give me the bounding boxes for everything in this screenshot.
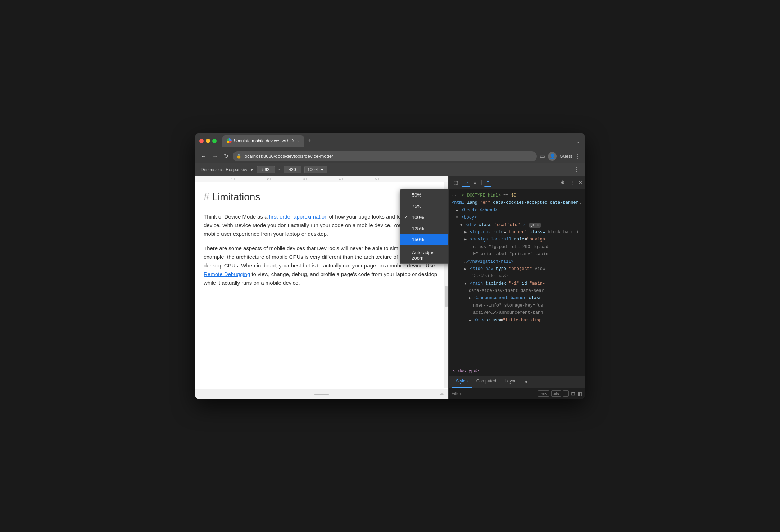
browser-menu-button[interactable]: ⋮ xyxy=(575,153,581,160)
zoom-option-100[interactable]: 100% xyxy=(400,212,448,223)
devtools-close-button[interactable]: × xyxy=(579,179,582,186)
height-input[interactable] xyxy=(284,166,301,173)
heading-text: Limitations xyxy=(212,189,260,205)
dimension-separator: × xyxy=(278,167,281,172)
devtools-more-button[interactable]: ⋮ xyxy=(568,178,577,187)
width-input[interactable] xyxy=(257,166,275,173)
tree-row-html[interactable]: <html lang="en" data-cookies-accepted da… xyxy=(452,199,582,206)
tree-row-doctype: ··· <!DOCTYPE html> == $0 xyxy=(452,192,582,199)
viewport: 100 200 300 400 500 # Limitations Think … xyxy=(195,176,448,399)
tree-row-top-nav[interactable]: ▶ <top-nav role="banner" class= block ha… xyxy=(452,229,582,236)
tree-row-head[interactable]: ▶ <head>…</head> xyxy=(452,207,582,214)
grid-badge: grid xyxy=(529,223,541,228)
nav-bar: ← → ↻ 🔒 localhost:8080/docs/devtools/dev… xyxy=(195,149,585,163)
minimize-button[interactable] xyxy=(206,139,210,143)
tree-row-nav-rail-close[interactable]: …</navigation-rail> xyxy=(452,258,582,265)
styles-filter-row: :hov .cls + ⊡ ◧ xyxy=(449,388,585,399)
zoom-value: 100% xyxy=(308,167,319,172)
viewport-edit-icon[interactable]: ✏ xyxy=(440,391,445,397)
browser-window: Simulate mobile devices with D × + ⌄ ← →… xyxy=(195,133,585,399)
close-button[interactable] xyxy=(199,139,204,143)
tree-row-nav-rail-cont2: 0" aria-label="primary" tabin xyxy=(452,251,582,258)
tab-area: Simulate mobile devices with D × + xyxy=(222,135,573,147)
traffic-lights xyxy=(199,139,217,143)
tab-close-button[interactable]: × xyxy=(297,139,299,143)
tree-row-side-nav-cont: t">…</side-nav> xyxy=(452,272,582,280)
nav-right: ▭ 👤 Guest ⋮ xyxy=(540,152,581,161)
title-bar: Simulate mobile devices with D × + ⌄ xyxy=(195,133,585,149)
hov-filter-button[interactable]: :hov xyxy=(538,390,549,397)
styles-panel-button[interactable]: ◧ xyxy=(577,391,582,396)
tab-styles[interactable]: Styles xyxy=(452,376,472,388)
tab-menu-button[interactable]: ⌄ xyxy=(576,138,581,145)
zoom-dropdown-menu: 50% 75% 100% 125% 150% Auto-adjust zoom xyxy=(400,189,448,264)
zoom-option-125[interactable]: 125% xyxy=(400,223,448,234)
remote-debugging-link[interactable]: Remote Debugging xyxy=(204,271,250,277)
scroll-handle xyxy=(314,394,329,395)
maximize-button[interactable] xyxy=(212,139,217,143)
tree-row-nav-rail[interactable]: ▶ <navigation-rail role="naviga xyxy=(452,236,582,243)
device-mode-button[interactable]: ▭ xyxy=(462,178,470,187)
devtools-bottom: <!doctype> Styles Computed Layout » xyxy=(449,366,585,399)
tree-row-announcement-cont: nner--info" storage-key="us xyxy=(452,302,582,309)
device-toolbar: Dimensions: Responsive ▼ × 100% ▼ ⋮ xyxy=(195,163,585,176)
devtools-toolbar: ⬚ ▭ » | ≡ ⚙ ⋮ × xyxy=(449,176,585,189)
tree-row-nav-rail-cont: class="lg:pad-left-200 lg:pad xyxy=(452,243,582,251)
active-tab[interactable]: Simulate mobile devices with D × xyxy=(222,135,304,147)
tree-row-main[interactable]: ▼ <main tabindex="-1" id="main- xyxy=(452,280,582,287)
reload-button[interactable]: ↻ xyxy=(222,152,230,160)
content-area: 100 200 300 400 500 # Limitations Think … xyxy=(195,176,585,399)
cls-filter-button[interactable]: .cls xyxy=(551,390,561,397)
forward-button[interactable]: → xyxy=(211,152,219,160)
tab-layout[interactable]: Layout xyxy=(500,376,522,388)
zoom-option-auto[interactable]: Auto-adjust zoom xyxy=(400,247,448,263)
viewport-bottom-bar: ✏ xyxy=(195,389,448,399)
styles-filter-input[interactable] xyxy=(452,391,536,396)
tab-favicon-icon xyxy=(227,138,232,143)
tree-row-body[interactable]: ▼ <body> xyxy=(452,214,582,221)
doctype-text: <!doctype> xyxy=(453,368,479,373)
tree-row-scaffold[interactable]: ▼ <div class="scaffold" > grid xyxy=(452,221,582,229)
tree-row-announcement-cont2: active>…</announcement-bann xyxy=(452,309,582,316)
zoom-dropdown-icon: ▼ xyxy=(320,167,324,172)
devtools-tabs: Styles Computed Layout » xyxy=(449,376,585,388)
zoom-selector[interactable]: 100% ▼ xyxy=(304,166,328,173)
url-text: localhost:8080/docs/devtools/device-mode… xyxy=(244,153,333,159)
address-bar[interactable]: 🔒 localhost:8080/docs/devtools/device-mo… xyxy=(233,151,537,161)
dimensions-label: Dimensions: Responsive ▼ xyxy=(201,167,254,172)
tree-row-side-nav[interactable]: ▶ <side-nav type="project" view xyxy=(452,265,582,272)
zoom-option-50[interactable]: 50% xyxy=(400,189,448,201)
tree-row-title-bar[interactable]: ▶ <div class="title-bar displ xyxy=(452,317,582,324)
devtools-toggle-button[interactable]: ▭ xyxy=(540,153,545,160)
doctype-row: <!doctype> xyxy=(449,366,585,376)
user-icon: 👤 xyxy=(549,153,555,159)
add-style-button[interactable]: + xyxy=(563,390,569,397)
tab-computed[interactable]: Computed xyxy=(472,376,500,388)
lock-icon: 🔒 xyxy=(236,154,241,159)
user-avatar[interactable]: 👤 xyxy=(548,152,557,161)
heading-hash: # xyxy=(204,189,209,205)
tree-row-main-cont: data-side-nav-inert data-sear xyxy=(452,287,582,294)
tabs-more-button[interactable]: » xyxy=(522,376,530,388)
new-tab-button[interactable]: + xyxy=(305,137,314,145)
devtools-panel: ⬚ ▭ » | ≡ ⚙ ⋮ × ··· <!DOCTYPE html> == $… xyxy=(448,176,585,399)
toolbar-more-button[interactable]: ⋮ xyxy=(573,166,579,173)
more-panels-button[interactable]: » xyxy=(472,178,479,187)
tab-title: Simulate mobile devices with D xyxy=(234,138,294,143)
tree-row-announcement[interactable]: ▶ <announcement-banner class= xyxy=(452,294,582,302)
zoom-divider xyxy=(400,246,448,246)
ruler-horizontal: 100 200 300 400 500 xyxy=(195,176,448,182)
user-label: Guest xyxy=(559,153,572,159)
html-tree: ··· <!DOCTYPE html> == $0 <html lang="en… xyxy=(449,189,585,366)
elements-panel-button[interactable]: ≡ xyxy=(484,178,491,187)
zoom-option-150[interactable]: 150% xyxy=(400,234,448,245)
settings-button[interactable]: ⚙ xyxy=(558,178,567,187)
element-picker-button[interactable]: ⬚ xyxy=(452,178,460,187)
scrollbar-thumb[interactable] xyxy=(445,286,448,307)
zoom-option-75[interactable]: 75% xyxy=(400,201,448,212)
computed-icon-button[interactable]: ⊡ xyxy=(571,391,575,396)
back-button[interactable]: ← xyxy=(199,152,208,160)
first-order-link[interactable]: first-order approximation xyxy=(269,214,328,220)
